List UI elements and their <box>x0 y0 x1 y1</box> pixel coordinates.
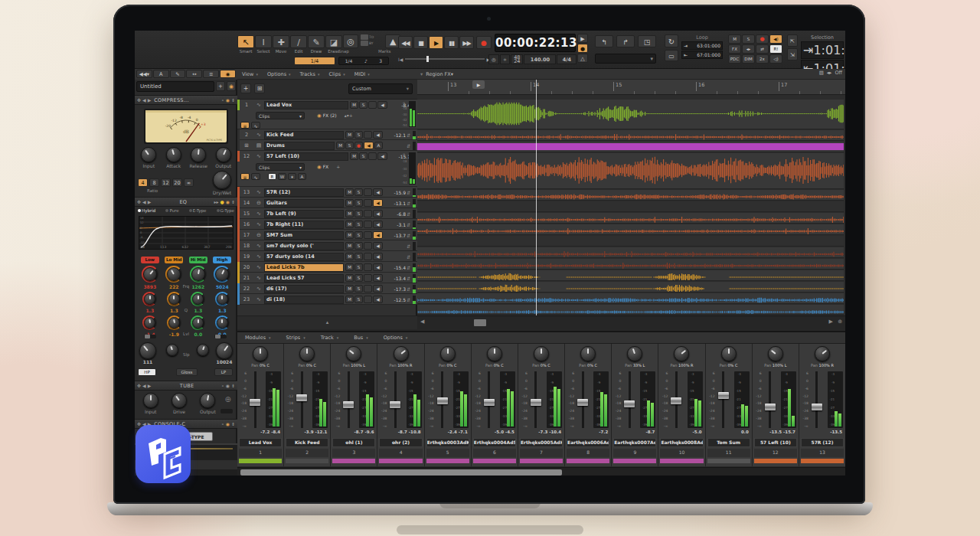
fader-track[interactable] <box>764 371 776 428</box>
channel-number[interactable]: 11 <box>707 449 750 457</box>
fader-handle[interactable] <box>390 401 400 408</box>
fader-handle[interactable] <box>250 399 260 406</box>
fx-bin[interactable]: ◉FX (2) <box>317 113 337 119</box>
eq-band-low[interactable]: Low <box>141 257 159 263</box>
fader-handle[interactable] <box>624 400 635 407</box>
pan-knob[interactable] <box>721 346 737 361</box>
track-row[interactable]: 18∿sm7 durty solo ('MS◀)⇵ <box>237 240 417 251</box>
arm-button[interactable] <box>364 188 372 196</box>
list-view-icon[interactable]: ≡ <box>203 70 219 78</box>
spinner-icon[interactable]: ⇵ <box>407 243 413 249</box>
module-move-icon[interactable]: ✥ <box>137 383 141 388</box>
module-dot-icon[interactable]: ∘ <box>221 421 224 427</box>
solo-button[interactable]: S <box>354 263 363 271</box>
fader-handle[interactable] <box>484 399 495 406</box>
channel-number[interactable]: 1 <box>239 449 282 457</box>
fader-handle[interactable] <box>437 397 448 404</box>
timeline-lane[interactable] <box>417 190 844 201</box>
channel-name[interactable]: Earthqks0006AdT <box>567 438 609 447</box>
spinner-icon[interactable]: ⇵ <box>407 265 413 270</box>
fader-track[interactable] <box>717 371 730 428</box>
timeline-lane[interactable] <box>417 270 844 281</box>
eq-dot-icon[interactable]: ● <box>220 199 224 204</box>
channel-number[interactable]: 3 <box>332 449 375 457</box>
echo-button[interactable]: ◀) <box>373 131 383 139</box>
module-prev-icon[interactable]: ◀ <box>142 97 146 103</box>
timeline-lane[interactable] <box>417 259 844 270</box>
channel-number[interactable]: 4 <box>379 449 422 457</box>
tool-select[interactable]: ISelect <box>255 35 272 54</box>
arm-button[interactable]: ● <box>354 142 363 149</box>
volume-value[interactable]: -13.4 <box>384 276 407 281</box>
mute-button[interactable]: M <box>345 274 354 282</box>
timeline-lane[interactable] <box>417 247 844 258</box>
arm-button[interactable] <box>364 221 372 228</box>
solo-button[interactable]: S <box>354 199 363 207</box>
metronome-icon[interactable]: △ <box>577 54 588 63</box>
lp-slope-knob[interactable] <box>197 344 209 356</box>
pan-knob[interactable] <box>346 346 361 361</box>
fader-track[interactable] <box>811 371 823 428</box>
mixer-menu-options[interactable]: Options▾ <box>376 335 416 341</box>
fader-track[interactable] <box>670 371 682 428</box>
eq-level-knob[interactable] <box>168 317 180 328</box>
ratio-8-button[interactable]: 8 <box>149 178 159 187</box>
track-name[interactable]: SM7 Sum <box>264 231 344 240</box>
channel-number[interactable]: 12 <box>754 449 797 457</box>
fade-icon[interactable]: ▨ <box>819 70 824 76</box>
back-icon[interactable]: ◀◀▾ <box>136 70 152 78</box>
track-name[interactable]: 7b Right (11) <box>264 221 344 229</box>
spinner-icon[interactable]: ⇵ <box>407 201 413 206</box>
clips-dropdown[interactable]: Clips▾ <box>256 112 305 119</box>
tube-select-icon[interactable]: ⊕ <box>225 395 231 404</box>
eq-mode-hybrid[interactable]: Hybrid <box>138 208 155 213</box>
fader-handle[interactable] <box>577 399 588 406</box>
channel-name[interactable]: Erthqks0003AdKi <box>426 438 469 447</box>
solo-button[interactable]: S <box>354 274 363 282</box>
tool-smart[interactable]: ↖Smart <box>237 35 254 54</box>
mute-button[interactable]: M <box>345 296 354 303</box>
mute-button[interactable]: M <box>350 152 358 160</box>
channel-name[interactable]: Erthqks0004AdSr <box>473 438 516 447</box>
echo-button[interactable]: ◀) <box>373 274 383 282</box>
crossfade-icon[interactable]: ◂▸ <box>827 70 832 76</box>
echo-button[interactable]: ◀) <box>364 142 374 149</box>
menu-view[interactable]: View▾ <box>237 71 263 77</box>
low-band-toggle[interactable] <box>144 335 156 338</box>
fx-add-icons[interactable]: + <box>336 164 340 169</box>
comp-output-knob[interactable] <box>216 147 231 162</box>
matrix--button[interactable]: ◂▸ <box>742 44 755 54</box>
mixer-channel[interactable]: Pan 0% C60-6-12-18-24-38-∞-3-9-15-21-27-… <box>472 344 518 466</box>
track-row[interactable]: 16∿7b Right (11)MS◀)-3.1⇵ <box>237 219 417 230</box>
lp-filter-knob[interactable] <box>216 342 233 359</box>
pan-knob[interactable] <box>487 346 502 361</box>
echo-button[interactable]: ◀) <box>373 242 383 250</box>
module-move-icon[interactable]: ✥ <box>137 199 141 204</box>
arm-button[interactable] <box>364 242 372 250</box>
solo-button[interactable]: S <box>354 210 363 217</box>
timeline-lane[interactable] <box>417 293 844 304</box>
pan-knob[interactable] <box>394 346 409 361</box>
scroll-left-icon[interactable]: ◀ <box>420 319 424 325</box>
matrix-DIM-button[interactable]: DIM <box>742 54 755 64</box>
mute-button[interactable]: M <box>345 221 354 228</box>
fx-add-icons[interactable]: ▴▾+ <box>345 113 353 118</box>
mixer-menu-strips[interactable]: Strips▾ <box>279 335 313 341</box>
mute-button[interactable]: M <box>350 101 358 109</box>
track-name[interactable]: 57 durty solo (14 <box>264 253 344 261</box>
module-power-icon[interactable]: ◉ <box>226 421 230 427</box>
track-name[interactable]: 57 Left (10) <box>264 152 348 161</box>
solo-button[interactable]: S <box>354 131 363 139</box>
arm-button[interactable] <box>364 253 372 260</box>
timeline-lane[interactable] <box>417 153 844 189</box>
track-row[interactable]: ⊞▤DrumsMS●◀)A⇵ <box>237 140 417 151</box>
spinner-icon[interactable]: ⇵ <box>407 233 413 238</box>
volume-value[interactable]: -12.5 <box>384 297 407 302</box>
channel-number[interactable]: 7 <box>520 449 563 457</box>
loop-toggle-icon[interactable]: ↻ <box>665 34 678 47</box>
comp-input-knob[interactable] <box>141 147 156 162</box>
module-prev-icon[interactable]: ◀ <box>142 199 146 204</box>
channel-number[interactable]: 2 <box>286 449 328 457</box>
eq-freq-knob[interactable] <box>143 267 157 281</box>
track-list-footer[interactable]: ▴ <box>237 315 417 329</box>
